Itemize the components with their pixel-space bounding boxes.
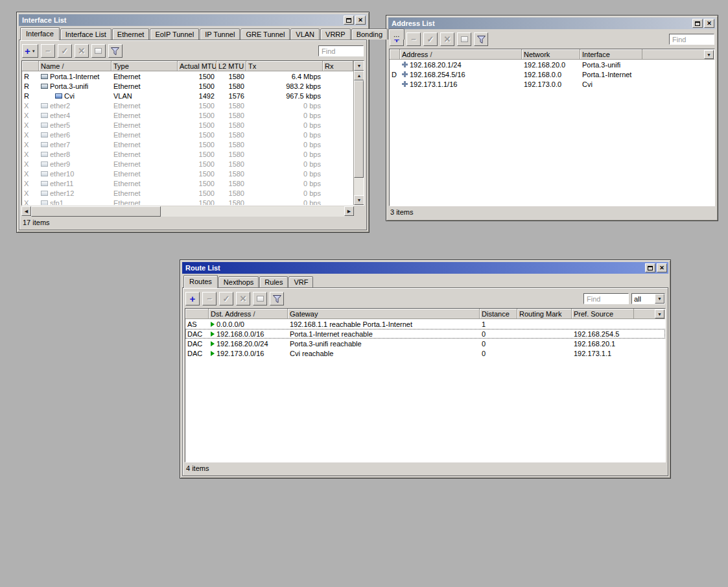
remove-button[interactable]: −	[202, 292, 217, 305]
route-row[interactable]: DAC 192.168.20.0/24 Porta.3-unifi reacha…	[185, 339, 665, 348]
tab[interactable]: EoIP Tunnel	[150, 29, 199, 40]
interface-row[interactable]: X ether11 Ethernet 1500 1580 0 bps	[22, 178, 353, 188]
vertical-scrollbar-thumb[interactable]	[354, 80, 364, 178]
tab[interactable]: Bonding	[351, 29, 388, 40]
tab[interactable]: Nexthops	[218, 276, 259, 287]
column-header[interactable]: Pref. Source	[572, 309, 634, 318]
column-header[interactable]: Routing Mark	[517, 309, 572, 318]
address-row[interactable]: 192.173.1.1/16 192.173.0.0 Cvi	[390, 79, 714, 89]
close-button[interactable]: ✕	[355, 16, 366, 25]
row-l2-mtu: 1580	[217, 178, 246, 188]
tab[interactable]: VRRP	[320, 29, 351, 40]
tab[interactable]: VLAN	[290, 29, 320, 40]
comment-button[interactable]	[457, 32, 471, 46]
route-row[interactable]: DAC 192.168.0.0/16 Porta.1-Internet reac…	[185, 329, 665, 339]
column-header[interactable]	[185, 309, 209, 318]
interface-row[interactable]: X sfp1 Ethernet 1500 1580 0 bps	[22, 198, 353, 205]
interface-row[interactable]: X ether9 Ethernet 1500 1580 0 bps	[22, 159, 353, 169]
tab-label: Ethernet	[117, 30, 145, 38]
filter-button[interactable]	[474, 32, 488, 46]
address-row[interactable]: D 192.168.254.5/16 192.168.0.0 Porta.1-I…	[390, 69, 714, 79]
interface-row[interactable]: X ether2 Ethernet 1500 1580 0 bps	[22, 101, 353, 110]
tab[interactable]: ...	[388, 29, 405, 40]
select-dropdown-button[interactable]: ▼	[655, 294, 664, 304]
maximize-button[interactable]	[645, 263, 655, 272]
tab[interactable]: Interface List	[60, 29, 112, 40]
interface-row[interactable]: R Porta.3-unifi Ethernet 1500 1580 983.2…	[22, 81, 353, 91]
interface-row[interactable]: X ether10 Ethernet 1500 1580 0 bps	[22, 169, 353, 178]
column-header[interactable]: Address	[400, 49, 522, 59]
interface-row[interactable]: R Cvi VLAN 1492 1576 967.5 kbps	[22, 91, 353, 101]
interface-row[interactable]: X ether8 Ethernet 1500 1580 0 bps	[22, 149, 353, 159]
scroll-down-button[interactable]: ▼	[354, 195, 364, 205]
remove-button[interactable]: −	[41, 44, 55, 58]
maximize-button[interactable]	[344, 16, 354, 25]
interface-list-titlebar[interactable]: Interface List ✕	[19, 14, 367, 26]
close-button[interactable]: ✕	[657, 263, 667, 272]
address-list-titlebar[interactable]: Address List ✕	[388, 18, 716, 29]
column-menu-button[interactable]: ▼	[354, 61, 364, 71]
interface-row[interactable]: X ether12 Ethernet 1500 1580 0 bps	[22, 188, 353, 198]
column-header[interactable]	[390, 49, 400, 59]
route-list-titlebar[interactable]: Route List ✕	[182, 262, 668, 274]
column-menu-button[interactable]: ▼	[704, 50, 714, 59]
tab[interactable]: Routes	[183, 275, 218, 288]
tab[interactable]: IP Tunnel	[200, 29, 240, 40]
tab[interactable]: GRE Tunnel	[241, 29, 290, 40]
add-button[interactable]: +▼	[22, 44, 38, 58]
address-row[interactable]: 192.168.20.1/24 192.168.20.0 Porta.3-uni…	[390, 60, 714, 69]
find-input[interactable]	[318, 45, 364, 56]
find-input[interactable]	[583, 293, 629, 304]
interface-row[interactable]: X ether6 Ethernet 1500 1580 0 bps	[22, 130, 353, 139]
minus-icon: −	[207, 295, 212, 303]
tab[interactable]: Interface	[20, 27, 60, 40]
scroll-up-button[interactable]: ▲	[354, 71, 364, 80]
route-row[interactable]: AS 0.0.0.0/0 192.168.1.1 reachable Porta…	[185, 319, 665, 329]
column-header[interactable]: Name	[39, 61, 112, 71]
row-actual-mtu: 1500	[178, 178, 217, 188]
filter-button[interactable]	[270, 292, 284, 305]
interface-row[interactable]: X ether4 Ethernet 1500 1580 0 bps	[22, 110, 353, 120]
column-header[interactable]: Type	[112, 61, 178, 71]
column-header[interactable]: Gateway	[288, 309, 480, 318]
comment-button[interactable]	[253, 292, 267, 305]
route-row[interactable]: DAC 192.173.0.0/16 Cvi reachable 0 192.1…	[185, 348, 665, 358]
maximize-button[interactable]	[692, 19, 703, 28]
horizontal-scrollbar-track[interactable]	[161, 206, 344, 217]
column-header[interactable]: Rx	[323, 61, 353, 71]
filter-button[interactable]	[108, 44, 123, 58]
disable-button[interactable]: ✕	[236, 292, 250, 305]
disable-button[interactable]: ✕	[75, 44, 89, 58]
column-header[interactable]: Actual MTU	[178, 61, 217, 71]
interface-row[interactable]: R Porta.1-Internet Ethernet 1500 1580 6.…	[22, 71, 353, 81]
enable-button[interactable]: ✓	[219, 292, 233, 305]
disable-button[interactable]: ✕	[440, 32, 454, 46]
comment-button[interactable]	[91, 44, 106, 58]
enable-button[interactable]: ✓	[58, 44, 72, 58]
column-header[interactable]: Network	[522, 49, 580, 59]
tab[interactable]: Rules	[259, 276, 288, 287]
remove-button[interactable]: −	[406, 32, 421, 46]
column-header[interactable]: Distance	[480, 309, 517, 318]
filter-select[interactable]: all ▼	[631, 293, 665, 304]
column-header[interactable]: Tx	[246, 61, 323, 71]
vertical-scrollbar[interactable]: ▼ ▲ ▼	[353, 61, 364, 205]
column-header[interactable]: Dst. Address	[209, 309, 288, 318]
column-header[interactable]	[22, 61, 39, 71]
scroll-left-button[interactable]: ◀	[21, 206, 31, 216]
enable-button[interactable]: ✓	[423, 32, 438, 46]
horizontal-scrollbar[interactable]: ◀ ▶	[21, 206, 364, 217]
close-button[interactable]: ✕	[704, 19, 714, 28]
find-input[interactable]	[669, 34, 714, 45]
column-menu-button[interactable]: ▼	[655, 309, 664, 318]
add-button[interactable]: +	[185, 292, 200, 305]
horizontal-scrollbar-thumb[interactable]	[31, 206, 161, 217]
scroll-right-button[interactable]: ▶	[344, 206, 354, 216]
column-header[interactable]: L2 MTU	[217, 61, 246, 71]
column-header[interactable]: Interface	[580, 49, 642, 59]
row-flags: X	[22, 178, 39, 188]
tab[interactable]: VRF	[288, 276, 313, 287]
tab[interactable]: Ethernet	[112, 29, 150, 40]
interface-row[interactable]: X ether5 Ethernet 1500 1580 0 bps	[22, 120, 353, 130]
interface-row[interactable]: X ether7 Ethernet 1500 1580 0 bps	[22, 139, 353, 149]
